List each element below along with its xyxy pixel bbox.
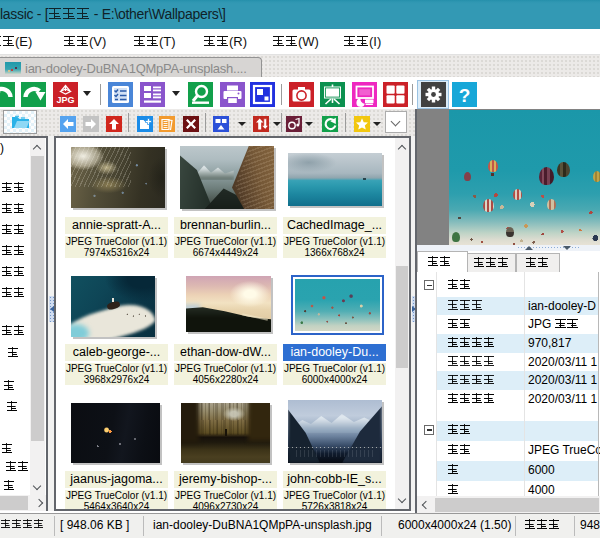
svg-text:JPG: JPG [56,95,74,105]
svg-text:?: ? [458,85,470,106]
